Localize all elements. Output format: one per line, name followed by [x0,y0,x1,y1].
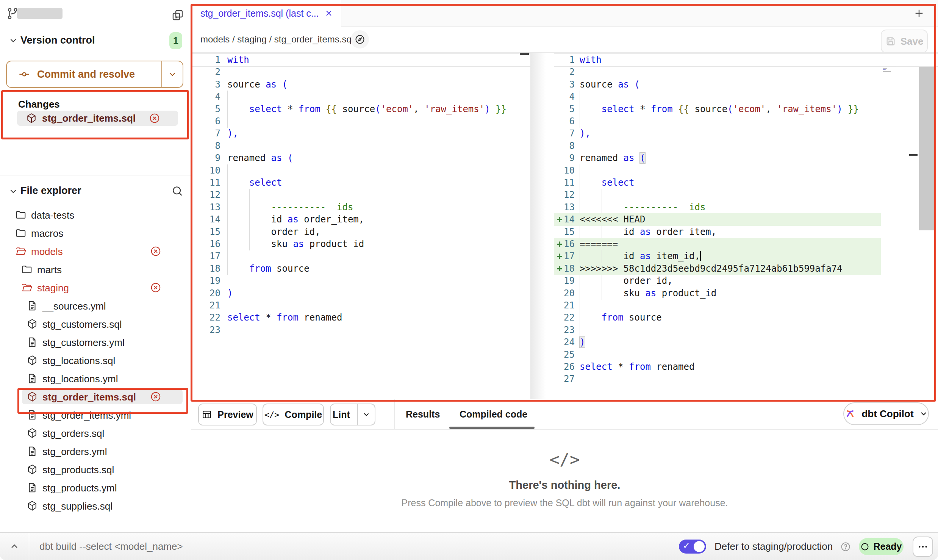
code-line-24[interactable]: 24) [554,336,938,349]
code-line-3[interactable]: 3source as ( [554,78,938,91]
code-line-16[interactable]: +16======= [554,238,938,250]
chevron-up-icon[interactable] [9,541,20,552]
code-line-7[interactable]: 7), [554,127,938,140]
copy-icon[interactable] [171,9,184,22]
tab-close-icon[interactable] [324,9,333,18]
code-line-15[interactable]: 15 order_id, [191,226,530,238]
code-line-11[interactable]: 11 select [191,177,530,189]
file-item-stg_products.yml[interactable]: stg_products.yml [0,479,191,497]
code-line-22[interactable]: 22 from source [554,311,938,324]
file-item-__sources.yml[interactable]: __sources.yml [0,297,191,315]
code-line-10[interactable]: 10 [191,164,530,177]
discard-change-icon[interactable] [150,391,161,402]
code-line-21[interactable]: 21 [191,299,530,312]
file-item-stg_customers.yml[interactable]: stg_customers.yml [0,333,191,351]
code-line-10[interactable]: 10 [554,164,938,177]
code-line-7[interactable]: 7), [191,127,530,140]
code-line-23[interactable]: 23 [191,324,530,336]
code-line-11[interactable]: 11 select [554,177,938,189]
file-item-stg_order_items.sql[interactable]: stg_order_items.sql [0,388,191,406]
help-icon[interactable] [840,541,851,552]
compile-button[interactable]: </> Compile [263,404,324,425]
status-badge-ready[interactable]: Ready [859,538,904,555]
commit-options-caret[interactable] [161,61,183,87]
changed-file-row[interactable]: stg_order_items.sql [17,111,178,126]
scrollbar-thumb-left[interactable] [520,53,529,55]
code-line-5[interactable]: 5 select * from {{ source('ecom', 'raw_i… [191,103,530,116]
file-item-stg_products.sql[interactable]: stg_products.sql [0,460,191,479]
code-line-23[interactable]: 23 [554,324,938,336]
breadcrumb[interactable]: models / staging / stg_order_items.sql [200,34,353,45]
file-item-marts[interactable]: marts [0,260,191,278]
code-line-6[interactable]: 6 [191,115,530,128]
code-line-17[interactable]: +17 id as item_id, [554,250,938,263]
file-item-macros[interactable]: macros [0,224,191,242]
editor-pane-original[interactable]: 1with23source as (45 select * from {{ so… [191,53,530,399]
file-item-stg_customers.sql[interactable]: stg_customers.sql [0,315,191,333]
code-line-2[interactable]: 2 [554,66,938,78]
lint-button[interactable]: Lint [330,404,375,425]
code-line-8[interactable]: 8 [191,140,530,152]
defer-toggle[interactable]: ✓ [679,540,706,554]
preview-button[interactable]: Preview [198,404,257,425]
code-line-21[interactable]: 21 [554,299,938,312]
code-line-4[interactable]: 4 [554,91,938,103]
code-line-26[interactable]: 26select * from renamed [554,361,938,373]
code-line-2[interactable]: 2 [191,66,530,78]
code-line-15[interactable]: 15 id as order_item, [554,226,938,238]
command-input[interactable]: dbt build --select <model_name> [39,533,183,560]
file-item-staging[interactable]: staging [0,278,191,297]
discard-change-icon[interactable] [150,282,161,293]
dbt-copilot-button[interactable]: dbt Copilot [843,402,929,425]
code-line-1[interactable]: 1with [191,54,530,66]
file-item-stg_locations.yml[interactable]: stg_locations.yml [0,369,191,388]
save-button[interactable]: Save [881,30,928,53]
code-line-12[interactable]: 12 [191,189,530,201]
new-tab-icon[interactable] [913,7,925,19]
code-line-18[interactable]: 18 from source [191,263,530,275]
file-item-stg_orders.sql[interactable]: stg_orders.sql [0,424,191,442]
lint-options-caret[interactable] [357,404,375,425]
lineage-compass-icon[interactable] [351,30,369,48]
code-line-9[interactable]: 9renamed as ( [554,152,938,164]
code-line-20[interactable]: 20) [191,287,530,300]
tab-results[interactable]: Results [406,399,440,429]
code-line-1[interactable]: 1with [554,54,938,66]
commit-and-resolve-button[interactable]: Commit and resolve [6,61,183,88]
commit-and-resolve-main[interactable]: Commit and resolve [7,61,161,87]
code-line-17[interactable]: 17 [191,250,530,263]
code-line-13[interactable]: 13 ---------- ids [191,201,530,214]
code-line-27[interactable]: 27 [554,373,938,385]
search-icon[interactable] [171,185,183,197]
code-line-13[interactable]: 13 ---------- ids [554,201,938,214]
discard-change-icon[interactable] [149,113,160,124]
code-line-16[interactable]: 16 sku as product_id [191,238,530,250]
file-item-stg_supplies.sql[interactable]: stg_supplies.sql [0,497,191,515]
file-item-data-tests[interactable]: data-tests [0,206,191,224]
code-line-8[interactable]: 8 [554,140,938,152]
code-line-19[interactable]: 19 [191,275,530,287]
tab-compiled-code[interactable]: Compiled code [460,399,527,429]
file-item-models[interactable]: models [0,242,191,260]
chevron-down-icon[interactable] [8,36,18,45]
discard-change-icon[interactable] [150,246,161,257]
more-options-button[interactable] [913,537,933,557]
code-line-12[interactable]: 12 [554,189,938,201]
code-line-22[interactable]: 22select * from renamed [191,311,530,324]
code-line-4[interactable]: 4 [191,91,530,103]
code-line-3[interactable]: 3source as ( [191,78,530,91]
code-line-19[interactable]: 19 order_id, [554,275,938,287]
file-item-stg_orders.yml[interactable]: stg_orders.yml [0,442,191,460]
code-line-9[interactable]: 9renamed as ( [191,152,530,164]
code-line-5[interactable]: 5 select * from {{ source('ecom', 'raw_i… [554,103,938,116]
chevron-down-icon[interactable] [8,186,18,196]
tab-stg-order-items[interactable]: stg_order_items.sql (last c... [191,0,341,27]
code-line-14[interactable]: 14 id as order_item, [191,213,530,226]
editor-pane-current[interactable]: 1with23source as (45 select * from {{ so… [554,53,938,399]
code-line-6[interactable]: 6 [554,115,938,128]
code-line-20[interactable]: 20 sku as product_id [554,287,938,300]
code-line-25[interactable]: 25 [554,349,938,361]
code-line-14[interactable]: +14<<<<<<< HEAD [554,213,938,226]
file-item-stg_order_items.yml[interactable]: stg_order_items.yml [0,406,191,424]
file-item-stg_locations.sql[interactable]: stg_locations.sql [0,351,191,369]
